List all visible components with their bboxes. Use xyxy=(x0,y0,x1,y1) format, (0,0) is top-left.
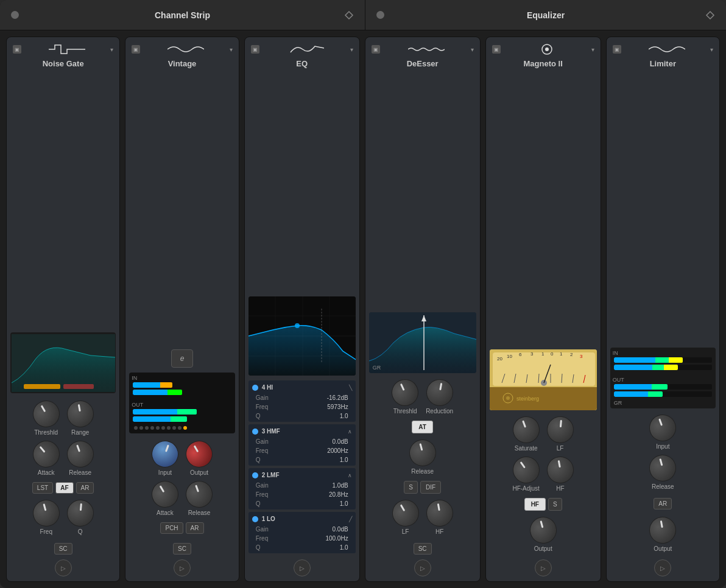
deesser-header: ▣ ▾ xyxy=(369,42,476,57)
window-close-btn[interactable] xyxy=(11,11,19,19)
deesser-threshld-container: Threshld xyxy=(392,379,418,415)
vintage-e-btn[interactable]: e xyxy=(171,349,193,368)
vintage-release-label: Release xyxy=(188,509,211,516)
vintage-release-knob[interactable] xyxy=(182,477,216,511)
deesser-s-btn[interactable]: S xyxy=(404,481,418,494)
limiter-ar-btn[interactable]: AR xyxy=(654,498,672,509)
ng-q-label: Q xyxy=(78,528,83,535)
deesser-dif-btn[interactable]: DIF xyxy=(420,481,441,494)
deesser-reduction-knob[interactable] xyxy=(424,377,455,408)
magneto-s-btn[interactable]: S xyxy=(548,498,562,511)
app-container: Channel Strip Equalizer ▣ xyxy=(0,0,726,588)
eq-display xyxy=(248,296,356,376)
eq-curve-svg xyxy=(248,296,356,376)
vintage-header: ▣ ▾ xyxy=(129,42,234,57)
title-bar-right: Equalizer xyxy=(365,0,726,30)
svg-point-18 xyxy=(545,47,549,51)
deesser-arrow: ▾ xyxy=(471,46,474,53)
deesser-lf-knob[interactable] xyxy=(387,495,424,531)
magneto-lf-knob[interactable] xyxy=(546,415,575,444)
deesser-hf-knob[interactable] xyxy=(424,498,455,529)
ng-threshld-knob[interactable] xyxy=(28,396,65,432)
vintage-in-label: IN xyxy=(132,375,137,381)
ng-range-knob[interactable] xyxy=(65,399,96,430)
deesser-knobs-row1: Threshld Reduction xyxy=(369,377,476,417)
vintage-output-knob[interactable] xyxy=(181,436,217,472)
eq-band1-q-label: Q xyxy=(256,544,280,551)
magneto-play-btn[interactable]: ▷ xyxy=(535,559,552,576)
magneto-saturate-knob[interactable] xyxy=(509,413,543,447)
channel-strip-title: Channel Strip xyxy=(155,10,210,20)
magneto-hf-knob[interactable] xyxy=(544,455,576,486)
magneto-header-icon: ▣ xyxy=(492,45,501,54)
limiter-input-knob[interactable] xyxy=(646,411,680,445)
limiter-out-label: OUT xyxy=(613,377,624,383)
vintage-input-knob[interactable] xyxy=(148,437,182,471)
limiter-play-btn[interactable]: ▷ xyxy=(654,559,671,576)
window-btn-right[interactable] xyxy=(376,11,384,19)
deesser-release-knob[interactable] xyxy=(406,436,439,469)
limiter-wave-icon xyxy=(649,43,685,55)
eq-band2-freq-value: 20.8Hz xyxy=(329,491,348,498)
magneto-hf-label: HF xyxy=(556,485,564,492)
eq-band4-gain-label: Gain xyxy=(256,394,280,401)
deesser-play-btn[interactable]: ▷ xyxy=(414,559,431,576)
vintage-play-btn[interactable]: ▷ xyxy=(174,559,191,576)
diamond-icon-right[interactable] xyxy=(705,10,715,20)
dot3 xyxy=(145,426,149,430)
ng-range-label: Range xyxy=(71,429,89,436)
vintage-attack-knob[interactable] xyxy=(147,476,183,513)
diamond-icon-left[interactable] xyxy=(344,10,354,20)
ng-attack-knob[interactable] xyxy=(27,435,65,473)
deesser-btns-row1: S DIF xyxy=(404,481,441,494)
magneto-lf-label: LF xyxy=(557,445,564,452)
magneto-btns-row1: HF S xyxy=(524,498,562,511)
svg-text:0: 0 xyxy=(551,351,554,357)
magneto-output-container: Output xyxy=(530,517,557,552)
vintage-ar-btn[interactable]: AR xyxy=(186,522,204,534)
limiter-arrow: ▾ xyxy=(710,46,713,53)
deesser-at-area: AT xyxy=(412,421,433,433)
ng-freq-container: Freq xyxy=(33,500,60,535)
ng-lst-btn[interactable]: LST xyxy=(32,482,53,494)
ng-freq-knob[interactable] xyxy=(30,497,63,530)
limiter-display: IN OUT G xyxy=(610,348,716,408)
eq-band3-name: 3 HMF xyxy=(262,428,280,435)
ng-sc-btn[interactable]: SC xyxy=(54,543,72,555)
magneto-hfadjust-knob[interactable] xyxy=(507,451,544,488)
deesser-sc-btn[interactable]: SC xyxy=(414,543,432,555)
magneto-hf-btn[interactable]: HF xyxy=(524,498,546,511)
svg-rect-40 xyxy=(490,387,597,410)
ng-title: Noise Gate xyxy=(43,59,84,329)
magneto-arrow: ▾ xyxy=(591,46,594,53)
vintage-sc-btn[interactable]: SC xyxy=(173,543,191,555)
eq-play-btn[interactable]: ▷ xyxy=(294,559,311,576)
ng-af-btn[interactable]: AF xyxy=(55,482,73,494)
ng-release-knob[interactable] xyxy=(63,437,97,471)
limiter-input-container: Input xyxy=(649,415,676,450)
ng-play-btn[interactable]: ▷ xyxy=(55,559,72,576)
limiter-output-knob[interactable] xyxy=(647,515,678,546)
ng-knobs-row3: Freq Q xyxy=(10,497,116,537)
limiter-input-label: Input xyxy=(656,443,669,450)
eq-bottom: ▷ xyxy=(248,555,356,576)
magneto-output-knob[interactable] xyxy=(527,514,560,547)
deesser-at-btn[interactable]: AT xyxy=(412,421,433,433)
ng-ar-btn[interactable]: AR xyxy=(76,482,94,494)
vintage-strip: ▣ ▾ Vintage e IN xyxy=(125,37,239,582)
svg-marker-1 xyxy=(707,12,714,19)
magneto-lf-container: LF xyxy=(547,416,574,452)
ng-q-knob[interactable] xyxy=(66,499,95,528)
eq-band1-shape: ╱ xyxy=(349,516,352,522)
eq-band2-name: 2 LMF xyxy=(262,472,280,478)
deesser-svg xyxy=(369,312,476,373)
vintage-out-label: OUT xyxy=(132,402,143,408)
vintage-pch-btn[interactable]: PCH xyxy=(160,522,183,534)
vintage-display: IN OUT xyxy=(129,373,234,433)
limiter-release-knob[interactable] xyxy=(646,452,679,485)
vintage-output-container: Output xyxy=(186,441,213,476)
eq-band4-gain-row: Gain -16.2dB xyxy=(252,393,352,402)
deesser-threshld-knob[interactable] xyxy=(387,375,423,410)
eq-band3-freq-value: 2000Hz xyxy=(327,447,348,454)
svg-text:3: 3 xyxy=(530,351,534,357)
